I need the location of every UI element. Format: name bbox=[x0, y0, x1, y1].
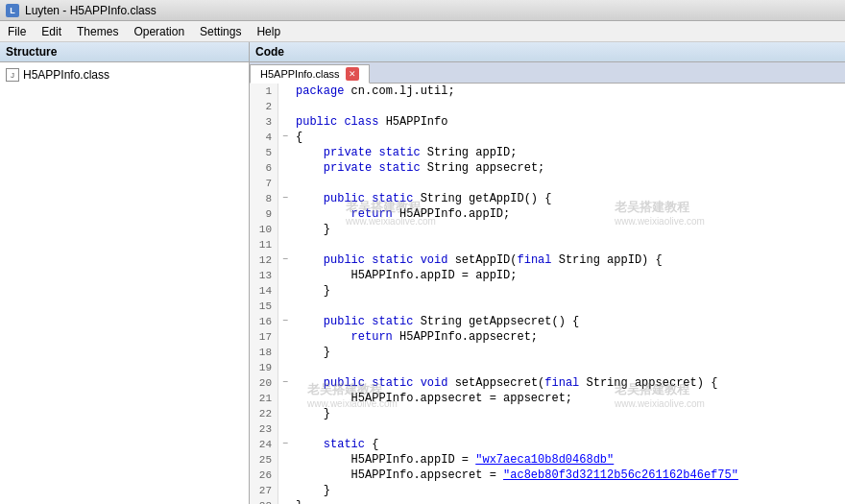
tabs-bar: H5APPInfo.class ✕ bbox=[250, 62, 845, 84]
code-row: 27 } bbox=[250, 483, 845, 498]
line-number: 24 bbox=[250, 437, 278, 452]
fold-button[interactable]: − bbox=[278, 252, 292, 268]
code-row: 20− public static void setAppsecret(fina… bbox=[250, 375, 845, 391]
code-row: 17 return H5APPInfo.appsecret; bbox=[250, 329, 845, 345]
fold-button bbox=[278, 99, 292, 114]
fold-button[interactable]: − bbox=[278, 375, 292, 391]
code-line-content bbox=[292, 421, 845, 437]
fold-button bbox=[278, 406, 292, 421]
code-line-content: return H5APPInfo.appsecret; bbox=[292, 329, 845, 345]
fold-button[interactable]: − bbox=[278, 314, 292, 329]
file-icon: J bbox=[6, 68, 19, 82]
fold-button bbox=[278, 84, 292, 99]
code-row: 11 bbox=[250, 237, 845, 252]
code-line-content: public static String getAppsecret() { bbox=[292, 314, 845, 329]
code-header: Code bbox=[250, 42, 845, 62]
code-row: 28} bbox=[250, 498, 845, 504]
fold-button[interactable]: − bbox=[278, 437, 292, 452]
structure-header: Structure bbox=[0, 42, 249, 62]
code-row: 23 bbox=[250, 421, 845, 437]
fold-button bbox=[278, 468, 292, 483]
code-row: 16− public static String getAppsecret() … bbox=[250, 314, 845, 329]
menu-item-themes[interactable]: Themes bbox=[69, 21, 126, 41]
line-number: 1 bbox=[250, 84, 278, 99]
code-line-content: } bbox=[292, 406, 845, 421]
line-number: 4 bbox=[250, 130, 278, 145]
code-row: 15 bbox=[250, 299, 845, 314]
line-number: 19 bbox=[250, 360, 278, 375]
code-row: 25 H5APPInfo.appID = "wx7aeca10b8d0468db… bbox=[250, 452, 845, 468]
fold-button bbox=[278, 206, 292, 222]
fold-button bbox=[278, 421, 292, 437]
fold-button bbox=[278, 237, 292, 252]
fold-button bbox=[278, 360, 292, 375]
code-line-content: public static String getAppID() { bbox=[292, 191, 845, 206]
fold-button bbox=[278, 222, 292, 237]
fold-button bbox=[278, 176, 292, 191]
fold-button bbox=[278, 329, 292, 345]
fold-button bbox=[278, 268, 292, 283]
menu-item-edit[interactable]: Edit bbox=[34, 21, 69, 41]
tab-h5appinfo[interactable]: H5APPInfo.class ✕ bbox=[250, 64, 370, 84]
code-line-content: } bbox=[292, 483, 845, 498]
code-line-content: public static void setAppsecret(final St… bbox=[292, 375, 845, 391]
code-line-content: H5APPInfo.appID = "wx7aeca10b8d0468db" bbox=[292, 452, 845, 468]
fold-button bbox=[278, 345, 292, 360]
code-row: 5 private static String appID; bbox=[250, 145, 845, 160]
fold-button[interactable]: − bbox=[278, 130, 292, 145]
menu-item-help[interactable]: Help bbox=[249, 21, 288, 41]
fold-button bbox=[278, 145, 292, 160]
code-row: 19 bbox=[250, 360, 845, 375]
code-line-content: } bbox=[292, 283, 845, 299]
fold-button bbox=[278, 498, 292, 504]
tab-label: H5APPInfo.class bbox=[260, 68, 340, 80]
code-line-content: H5APPInfo.appsecret = "ac8eb80f3d32112b5… bbox=[292, 468, 845, 483]
fold-button bbox=[278, 452, 292, 468]
code-line-content: { bbox=[292, 130, 845, 145]
tab-close-button[interactable]: ✕ bbox=[346, 67, 359, 81]
code-row: 14 } bbox=[250, 283, 845, 299]
code-line-content bbox=[292, 299, 845, 314]
fold-button bbox=[278, 391, 292, 406]
menu-item-operation[interactable]: Operation bbox=[126, 21, 192, 41]
code-panel: Code H5APPInfo.class ✕ 老吴搭建教程www.weixiao… bbox=[250, 42, 845, 504]
code-row: 22 } bbox=[250, 406, 845, 421]
fold-button bbox=[278, 299, 292, 314]
app-icon: L bbox=[6, 4, 19, 17]
structure-item[interactable]: J H5APPInfo.class bbox=[0, 66, 249, 84]
line-number: 7 bbox=[250, 176, 278, 191]
code-row: 10 } bbox=[250, 222, 845, 237]
code-row: 1package cn.com.lj.util; bbox=[250, 84, 845, 99]
code-line-content: private static String appID; bbox=[292, 145, 845, 160]
title-text: Luyten - H5APPInfo.class bbox=[25, 4, 157, 17]
menu-item-settings[interactable]: Settings bbox=[192, 21, 249, 41]
code-line-content: } bbox=[292, 498, 845, 504]
fold-button[interactable]: − bbox=[278, 191, 292, 206]
code-row: 2 bbox=[250, 99, 845, 114]
line-number: 15 bbox=[250, 299, 278, 314]
code-row: 26 H5APPInfo.appsecret = "ac8eb80f3d3211… bbox=[250, 468, 845, 483]
main-content: Structure J H5APPInfo.class Code H5APPIn… bbox=[0, 42, 845, 504]
code-row: 12− public static void setAppID(final St… bbox=[250, 252, 845, 268]
code-row: 4−{ bbox=[250, 130, 845, 145]
code-area[interactable]: 老吴搭建教程www.weixiaolive.com老吴搭建教程www.weixi… bbox=[250, 84, 845, 504]
line-number: 9 bbox=[250, 206, 278, 222]
line-number: 11 bbox=[250, 237, 278, 252]
code-line-content: } bbox=[292, 222, 845, 237]
title-bar: L Luyten - H5APPInfo.class bbox=[0, 0, 845, 21]
line-number: 12 bbox=[250, 252, 278, 268]
line-number: 16 bbox=[250, 314, 278, 329]
code-row: 18 } bbox=[250, 345, 845, 360]
file-name: H5APPInfo.class bbox=[23, 68, 109, 82]
code-row: 6 private static String appsecret; bbox=[250, 160, 845, 176]
code-row: 9 return H5APPInfo.appID; bbox=[250, 206, 845, 222]
code-line-content: public static void setAppID(final String… bbox=[292, 252, 845, 268]
line-number: 20 bbox=[250, 375, 278, 391]
line-number: 13 bbox=[250, 268, 278, 283]
menu-item-file[interactable]: File bbox=[0, 21, 34, 41]
structure-panel: Structure J H5APPInfo.class bbox=[0, 42, 250, 504]
code-row: 7 bbox=[250, 176, 845, 191]
code-row: 13 H5APPInfo.appID = appID; bbox=[250, 268, 845, 283]
line-number: 3 bbox=[250, 114, 278, 130]
code-line-content bbox=[292, 360, 845, 375]
